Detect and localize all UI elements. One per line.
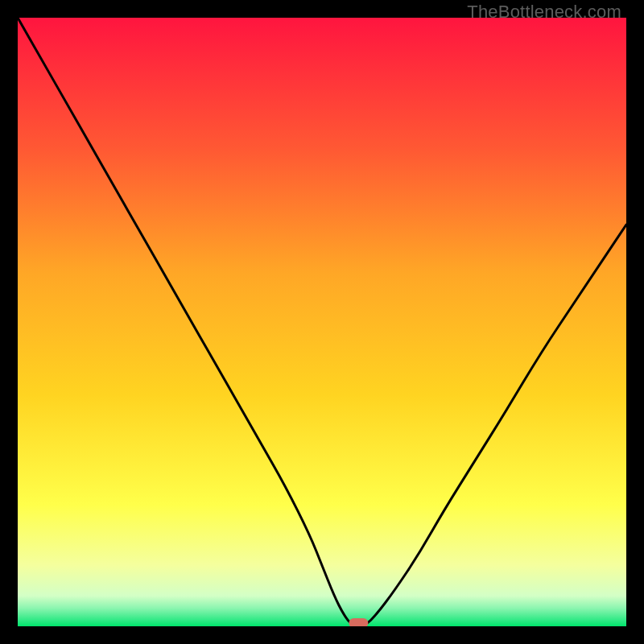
chart-svg [18,18,626,626]
optimal-point-marker [349,618,368,626]
chart-frame [18,18,626,626]
gradient-background [18,18,626,626]
watermark-text: TheBottleneck.com [467,2,621,23]
